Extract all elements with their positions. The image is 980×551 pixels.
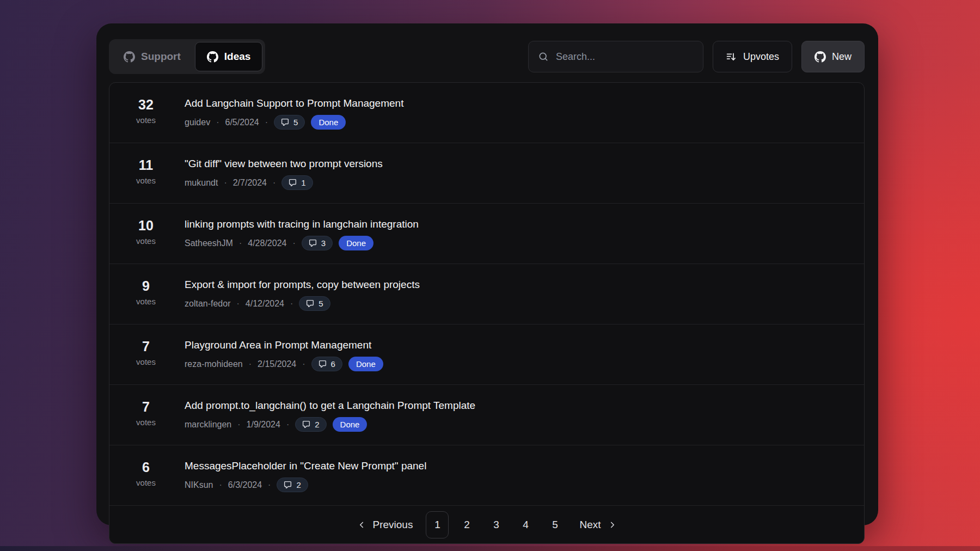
vote-label: votes — [126, 478, 166, 487]
done-badge: Done — [333, 417, 367, 432]
comment-count: 6 — [331, 359, 335, 369]
post-meta: reza-mohideen · 2/15/2024 · 6 Done — [185, 357, 383, 371]
search-input[interactable] — [556, 51, 694, 63]
pagination-page-3[interactable]: 3 — [485, 511, 507, 538]
comment-icon — [281, 118, 289, 126]
tab-ideas[interactable]: Ideas — [195, 42, 263, 71]
comments-badge[interactable]: 2 — [295, 417, 326, 432]
comments-badge[interactable]: 3 — [302, 236, 333, 250]
board-tabs: Support Ideas — [109, 39, 265, 74]
sort-upvotes-label: Upvotes — [743, 51, 779, 63]
done-badge: Done — [348, 357, 383, 371]
post-date: 1/9/2024 — [247, 420, 280, 430]
post-date: 2/7/2024 — [233, 178, 267, 188]
pagination-page-4[interactable]: 4 — [514, 511, 537, 538]
post-author: mukundt — [185, 178, 218, 188]
post-row[interactable]: 6 votes MessagesPlaceholder in "Create N… — [109, 445, 864, 505]
meta-separator: · — [216, 118, 219, 127]
post-content: Add prompt.to_langchain() to get a Langc… — [185, 399, 475, 432]
comments-badge[interactable]: 2 — [277, 477, 308, 492]
pagination: Previous 12345 Next — [109, 505, 864, 543]
vote-number: 11 — [126, 157, 166, 173]
vote-count: 11 votes — [126, 157, 166, 185]
comments-badge[interactable]: 6 — [311, 357, 342, 371]
post-author: reza-mohideen — [185, 359, 243, 369]
post-row[interactable]: 32 votes Add Langchain Support to Prompt… — [109, 83, 864, 143]
pagination-previous[interactable]: Previous — [350, 519, 420, 531]
post-content: Export & import for prompts, copy betwee… — [185, 278, 420, 311]
meta-separator: · — [265, 118, 268, 127]
post-meta: NIKsun · 6/3/2024 · 2 — [185, 477, 426, 492]
meta-separator: · — [286, 420, 289, 430]
pagination-next[interactable]: Next — [573, 519, 623, 531]
comment-icon — [289, 179, 297, 187]
github-icon — [207, 51, 218, 63]
comments-badge[interactable]: 1 — [281, 175, 313, 190]
post-title[interactable]: Add prompt.to_langchain() to get a Langc… — [185, 399, 475, 412]
pagination-next-label: Next — [579, 519, 601, 531]
post-meta: marcklingen · 1/9/2024 · 2 Done — [185, 417, 475, 432]
vote-count: 6 votes — [126, 459, 166, 487]
meta-separator: · — [290, 299, 293, 309]
post-date: 4/12/2024 — [246, 299, 284, 309]
header-actions: Upvotes New — [528, 41, 865, 72]
post-date: 6/3/2024 — [228, 480, 262, 490]
vote-count: 7 votes — [126, 338, 166, 366]
post-row[interactable]: 9 votes Export & import for prompts, cop… — [109, 264, 864, 324]
vote-number: 7 — [126, 399, 166, 414]
vote-number: 7 — [126, 339, 166, 354]
post-content: Playground Area in Prompt Management rez… — [185, 338, 383, 371]
comment-icon — [302, 420, 310, 428]
post-author: SatheeshJM — [185, 238, 233, 248]
pagination-pages: 12345 — [426, 511, 566, 538]
sort-upvotes-button[interactable]: Upvotes — [713, 41, 792, 72]
meta-separator: · — [302, 359, 305, 369]
vote-label: votes — [126, 115, 166, 125]
posts-panel: 32 votes Add Langchain Support to Prompt… — [109, 82, 865, 544]
board-header: Support Ideas Upvotes New — [109, 39, 865, 74]
vote-label: votes — [126, 176, 166, 185]
post-row[interactable]: 7 votes Add prompt.to_langchain() to get… — [109, 384, 864, 445]
pagination-page-5[interactable]: 5 — [543, 511, 566, 538]
post-author: NIKsun — [185, 480, 213, 490]
vote-number: 10 — [126, 218, 166, 233]
post-author: zoltan-fedor — [185, 299, 231, 309]
comment-count: 2 — [296, 480, 301, 489]
post-row[interactable]: 11 votes "Git diff" view between two pro… — [109, 143, 864, 203]
comment-count: 5 — [318, 299, 323, 308]
pagination-previous-label: Previous — [373, 519, 413, 531]
feedback-board-window: Support Ideas Upvotes New — [96, 23, 878, 525]
search-box — [528, 41, 703, 72]
meta-separator: · — [224, 178, 226, 188]
meta-separator: · — [237, 420, 240, 430]
post-title[interactable]: Add Langchain Support to Prompt Manageme… — [185, 96, 403, 110]
github-icon — [124, 51, 135, 63]
tab-support[interactable]: Support — [112, 42, 193, 71]
pagination-page-2[interactable]: 2 — [455, 511, 478, 538]
post-title[interactable]: Playground Area in Prompt Management — [185, 338, 383, 352]
tab-ideas-label: Ideas — [224, 51, 251, 63]
comment-count: 1 — [301, 178, 305, 187]
post-title[interactable]: Export & import for prompts, copy betwee… — [185, 278, 420, 291]
github-icon — [814, 51, 826, 63]
post-row[interactable]: 7 votes Playground Area in Prompt Manage… — [109, 324, 864, 384]
pagination-page-1[interactable]: 1 — [426, 511, 449, 538]
comment-count: 3 — [321, 238, 326, 248]
comments-badge[interactable]: 5 — [274, 115, 305, 130]
post-meta: mukundt · 2/7/2024 · 1 — [185, 175, 383, 190]
new-post-label: New — [832, 51, 852, 63]
background-bottom-strip — [0, 546, 980, 551]
post-title[interactable]: linking prompts with tracing in langchai… — [185, 217, 419, 231]
post-row[interactable]: 10 votes linking prompts with tracing in… — [109, 203, 864, 264]
new-post-button[interactable]: New — [801, 41, 865, 72]
vote-number: 6 — [126, 460, 166, 475]
post-title[interactable]: MessagesPlaceholder in "Create New Promp… — [185, 459, 426, 473]
meta-separator: · — [219, 480, 222, 490]
meta-separator: · — [249, 359, 252, 369]
comment-icon — [284, 481, 292, 489]
done-badge: Done — [339, 236, 373, 250]
post-title[interactable]: "Git diff" view between two prompt versi… — [185, 157, 383, 170]
vote-label: votes — [126, 236, 166, 246]
comments-badge[interactable]: 5 — [299, 296, 330, 311]
posts-list: 32 votes Add Langchain Support to Prompt… — [109, 83, 864, 505]
